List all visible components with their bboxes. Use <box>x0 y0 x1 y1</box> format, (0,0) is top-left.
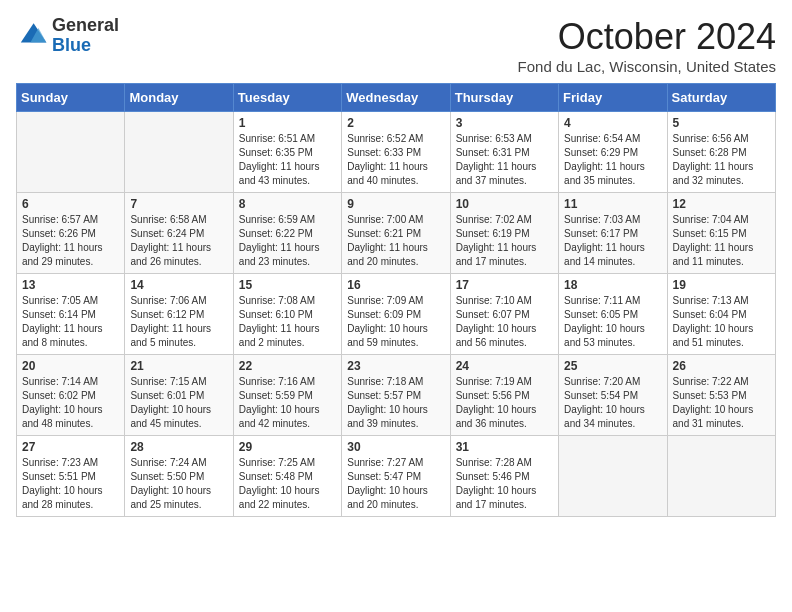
day-info: Sunrise: 7:11 AM Sunset: 6:05 PM Dayligh… <box>564 294 661 350</box>
day-info: Sunrise: 6:59 AM Sunset: 6:22 PM Dayligh… <box>239 213 336 269</box>
week-row-2: 6Sunrise: 6:57 AM Sunset: 6:26 PM Daylig… <box>17 193 776 274</box>
day-number: 19 <box>673 278 770 292</box>
day-number: 31 <box>456 440 553 454</box>
day-info: Sunrise: 7:03 AM Sunset: 6:17 PM Dayligh… <box>564 213 661 269</box>
day-info: Sunrise: 7:13 AM Sunset: 6:04 PM Dayligh… <box>673 294 770 350</box>
day-info: Sunrise: 7:09 AM Sunset: 6:09 PM Dayligh… <box>347 294 444 350</box>
day-number: 23 <box>347 359 444 373</box>
day-info: Sunrise: 7:24 AM Sunset: 5:50 PM Dayligh… <box>130 456 227 512</box>
day-info: Sunrise: 7:19 AM Sunset: 5:56 PM Dayligh… <box>456 375 553 431</box>
day-cell <box>125 112 233 193</box>
day-cell: 2Sunrise: 6:52 AM Sunset: 6:33 PM Daylig… <box>342 112 450 193</box>
day-number: 30 <box>347 440 444 454</box>
calendar-subtitle: Fond du Lac, Wisconsin, United States <box>518 58 776 75</box>
day-number: 26 <box>673 359 770 373</box>
logo-general: General <box>52 16 119 36</box>
day-cell: 23Sunrise: 7:18 AM Sunset: 5:57 PM Dayli… <box>342 355 450 436</box>
header: General Blue October 2024 Fond du Lac, W… <box>16 16 776 75</box>
day-cell: 15Sunrise: 7:08 AM Sunset: 6:10 PM Dayli… <box>233 274 341 355</box>
logo-blue: Blue <box>52 36 119 56</box>
day-number: 20 <box>22 359 119 373</box>
day-number: 8 <box>239 197 336 211</box>
day-cell: 24Sunrise: 7:19 AM Sunset: 5:56 PM Dayli… <box>450 355 558 436</box>
day-number: 16 <box>347 278 444 292</box>
day-cell: 7Sunrise: 6:58 AM Sunset: 6:24 PM Daylig… <box>125 193 233 274</box>
day-number: 9 <box>347 197 444 211</box>
day-info: Sunrise: 7:08 AM Sunset: 6:10 PM Dayligh… <box>239 294 336 350</box>
logo-icon <box>16 20 48 52</box>
day-info: Sunrise: 7:06 AM Sunset: 6:12 PM Dayligh… <box>130 294 227 350</box>
day-cell: 22Sunrise: 7:16 AM Sunset: 5:59 PM Dayli… <box>233 355 341 436</box>
day-info: Sunrise: 7:14 AM Sunset: 6:02 PM Dayligh… <box>22 375 119 431</box>
day-cell: 13Sunrise: 7:05 AM Sunset: 6:14 PM Dayli… <box>17 274 125 355</box>
day-number: 3 <box>456 116 553 130</box>
day-info: Sunrise: 6:56 AM Sunset: 6:28 PM Dayligh… <box>673 132 770 188</box>
day-cell: 20Sunrise: 7:14 AM Sunset: 6:02 PM Dayli… <box>17 355 125 436</box>
calendar-header: SundayMondayTuesdayWednesdayThursdayFrid… <box>17 84 776 112</box>
day-info: Sunrise: 7:16 AM Sunset: 5:59 PM Dayligh… <box>239 375 336 431</box>
day-number: 1 <box>239 116 336 130</box>
day-cell <box>17 112 125 193</box>
day-number: 5 <box>673 116 770 130</box>
day-info: Sunrise: 7:15 AM Sunset: 6:01 PM Dayligh… <box>130 375 227 431</box>
day-number: 14 <box>130 278 227 292</box>
day-number: 6 <box>22 197 119 211</box>
day-cell: 31Sunrise: 7:28 AM Sunset: 5:46 PM Dayli… <box>450 436 558 517</box>
day-info: Sunrise: 7:05 AM Sunset: 6:14 PM Dayligh… <box>22 294 119 350</box>
day-cell <box>559 436 667 517</box>
header-row: SundayMondayTuesdayWednesdayThursdayFrid… <box>17 84 776 112</box>
week-row-4: 20Sunrise: 7:14 AM Sunset: 6:02 PM Dayli… <box>17 355 776 436</box>
day-info: Sunrise: 7:00 AM Sunset: 6:21 PM Dayligh… <box>347 213 444 269</box>
day-info: Sunrise: 7:23 AM Sunset: 5:51 PM Dayligh… <box>22 456 119 512</box>
day-cell: 3Sunrise: 6:53 AM Sunset: 6:31 PM Daylig… <box>450 112 558 193</box>
calendar-title: October 2024 <box>518 16 776 58</box>
day-cell: 6Sunrise: 6:57 AM Sunset: 6:26 PM Daylig… <box>17 193 125 274</box>
day-number: 11 <box>564 197 661 211</box>
day-cell: 16Sunrise: 7:09 AM Sunset: 6:09 PM Dayli… <box>342 274 450 355</box>
col-header-sunday: Sunday <box>17 84 125 112</box>
calendar-table: SundayMondayTuesdayWednesdayThursdayFrid… <box>16 83 776 517</box>
day-number: 18 <box>564 278 661 292</box>
day-cell: 9Sunrise: 7:00 AM Sunset: 6:21 PM Daylig… <box>342 193 450 274</box>
col-header-wednesday: Wednesday <box>342 84 450 112</box>
day-number: 17 <box>456 278 553 292</box>
day-number: 10 <box>456 197 553 211</box>
day-number: 22 <box>239 359 336 373</box>
col-header-thursday: Thursday <box>450 84 558 112</box>
day-number: 24 <box>456 359 553 373</box>
day-cell: 11Sunrise: 7:03 AM Sunset: 6:17 PM Dayli… <box>559 193 667 274</box>
day-cell: 28Sunrise: 7:24 AM Sunset: 5:50 PM Dayli… <box>125 436 233 517</box>
day-info: Sunrise: 7:10 AM Sunset: 6:07 PM Dayligh… <box>456 294 553 350</box>
day-number: 28 <box>130 440 227 454</box>
col-header-tuesday: Tuesday <box>233 84 341 112</box>
day-cell: 4Sunrise: 6:54 AM Sunset: 6:29 PM Daylig… <box>559 112 667 193</box>
day-number: 27 <box>22 440 119 454</box>
day-info: Sunrise: 7:27 AM Sunset: 5:47 PM Dayligh… <box>347 456 444 512</box>
day-info: Sunrise: 6:58 AM Sunset: 6:24 PM Dayligh… <box>130 213 227 269</box>
day-info: Sunrise: 7:22 AM Sunset: 5:53 PM Dayligh… <box>673 375 770 431</box>
day-cell: 14Sunrise: 7:06 AM Sunset: 6:12 PM Dayli… <box>125 274 233 355</box>
calendar-body: 1Sunrise: 6:51 AM Sunset: 6:35 PM Daylig… <box>17 112 776 517</box>
day-info: Sunrise: 7:18 AM Sunset: 5:57 PM Dayligh… <box>347 375 444 431</box>
day-info: Sunrise: 6:52 AM Sunset: 6:33 PM Dayligh… <box>347 132 444 188</box>
day-number: 29 <box>239 440 336 454</box>
day-number: 2 <box>347 116 444 130</box>
day-info: Sunrise: 7:02 AM Sunset: 6:19 PM Dayligh… <box>456 213 553 269</box>
day-cell: 8Sunrise: 6:59 AM Sunset: 6:22 PM Daylig… <box>233 193 341 274</box>
day-cell: 19Sunrise: 7:13 AM Sunset: 6:04 PM Dayli… <box>667 274 775 355</box>
col-header-monday: Monday <box>125 84 233 112</box>
col-header-friday: Friday <box>559 84 667 112</box>
day-cell: 26Sunrise: 7:22 AM Sunset: 5:53 PM Dayli… <box>667 355 775 436</box>
day-number: 7 <box>130 197 227 211</box>
day-cell: 12Sunrise: 7:04 AM Sunset: 6:15 PM Dayli… <box>667 193 775 274</box>
day-cell: 1Sunrise: 6:51 AM Sunset: 6:35 PM Daylig… <box>233 112 341 193</box>
day-cell <box>667 436 775 517</box>
day-cell: 27Sunrise: 7:23 AM Sunset: 5:51 PM Dayli… <box>17 436 125 517</box>
day-cell: 21Sunrise: 7:15 AM Sunset: 6:01 PM Dayli… <box>125 355 233 436</box>
col-header-saturday: Saturday <box>667 84 775 112</box>
day-info: Sunrise: 7:28 AM Sunset: 5:46 PM Dayligh… <box>456 456 553 512</box>
day-cell: 5Sunrise: 6:56 AM Sunset: 6:28 PM Daylig… <box>667 112 775 193</box>
day-cell: 30Sunrise: 7:27 AM Sunset: 5:47 PM Dayli… <box>342 436 450 517</box>
day-number: 12 <box>673 197 770 211</box>
day-number: 25 <box>564 359 661 373</box>
